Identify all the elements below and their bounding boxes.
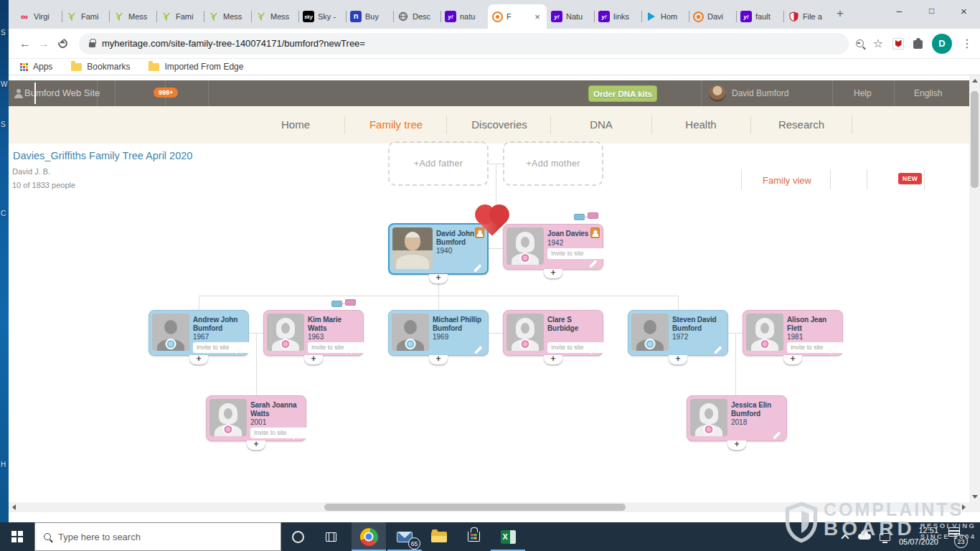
nav-health[interactable]: Health <box>685 118 716 131</box>
maximize-button[interactable] <box>915 0 948 22</box>
tree-title[interactable]: Davies_Griffiths Family Tree April 2020 <box>13 150 192 161</box>
order-dna-kits-button[interactable]: Order DNA kits <box>588 85 657 102</box>
mini-couple-icon[interactable] <box>574 212 598 220</box>
start-button[interactable] <box>0 522 34 551</box>
show-hidden-icons[interactable] <box>837 522 854 551</box>
bookmarks-folder[interactable]: Bookmarks <box>71 62 130 72</box>
nav-dna[interactable]: DNA <box>590 118 613 131</box>
taskbar-clock[interactable]: 12:51 05/07/2020 <box>890 522 938 551</box>
camera-icon[interactable] <box>281 339 291 349</box>
mini-couple-icon[interactable] <box>331 299 356 307</box>
person-card-sarah-joanna-watts[interactable]: Sarah Joanna Watts2001Invite to site <box>206 395 306 441</box>
taskbar-file-explorer[interactable] <box>422 522 456 551</box>
back-button[interactable] <box>16 34 34 53</box>
onedrive-tray-icon[interactable] <box>855 522 874 551</box>
camera-icon[interactable] <box>166 339 176 349</box>
browser-tab[interactable]: Fami <box>62 4 109 29</box>
add-relative-button[interactable] <box>544 355 562 364</box>
invite-button[interactable]: Invite to site <box>250 428 312 438</box>
notification-count-badge[interactable]: 23 <box>954 534 968 548</box>
person-card-david-john-bumford[interactable]: David John Bumford1940 <box>388 223 489 275</box>
user-avatar[interactable] <box>709 85 726 102</box>
family-view-toggle[interactable]: Family view <box>763 175 811 186</box>
nav-discoveries[interactable]: Discoveries <box>471 118 527 131</box>
camera-icon[interactable] <box>645 339 656 349</box>
apps-shortcut[interactable]: Apps <box>20 62 52 72</box>
add-relative-button[interactable] <box>304 355 323 364</box>
scroll-up-button[interactable] <box>969 75 980 86</box>
help-link[interactable]: Help <box>854 88 872 98</box>
browser-tab[interactable]: Hom <box>641 4 689 29</box>
browser-tab[interactable]: Sky - <box>298 4 346 29</box>
add-relative-button[interactable] <box>429 355 448 364</box>
invite-button[interactable]: Invite to site <box>547 248 609 259</box>
camera-icon[interactable] <box>520 253 531 263</box>
scrollbar-thumb[interactable] <box>324 504 626 511</box>
taskbar-mail[interactable]: 65 <box>387 522 422 551</box>
person-card-andrew-john-bumford[interactable]: Andrew John Bumford1967Invite to site <box>149 310 249 356</box>
invite-button[interactable]: Invite to site <box>547 342 609 353</box>
camera-icon[interactable] <box>704 424 715 435</box>
browser-tab[interactable]: links <box>594 4 641 29</box>
camera-icon[interactable] <box>405 339 416 349</box>
browser-tab[interactable]: Buy <box>346 4 393 29</box>
nav-family-tree[interactable]: Family tree <box>369 118 423 131</box>
notification-badge[interactable]: 998+ <box>154 88 178 98</box>
scroll-left-button[interactable] <box>9 502 19 512</box>
add-relative-button[interactable] <box>669 355 687 364</box>
cortana-button[interactable] <box>281 522 314 551</box>
person-card-jessica-elin-bumford[interactable]: Jessica Elin Bumford2018 <box>687 395 787 441</box>
add-mother-box[interactable]: +Add mother <box>503 141 603 186</box>
profile-avatar[interactable]: D <box>932 34 952 54</box>
close-window-button[interactable] <box>948 0 980 22</box>
browser-tab[interactable]: Mess <box>109 4 156 29</box>
person-card-michael-phillip-bumford[interactable]: Michael Phillip Bumford1969 <box>388 310 489 356</box>
new-tab-button[interactable] <box>831 4 849 23</box>
imported-folder[interactable]: Imported From Edge <box>149 62 243 72</box>
browser-tab[interactable]: File a <box>783 4 831 29</box>
add-relative-button[interactable] <box>727 441 746 450</box>
nav-home[interactable]: Home <box>281 118 310 131</box>
browser-tab[interactable]: Virgi <box>14 4 62 29</box>
browser-tab[interactable]: Mess <box>251 4 298 29</box>
taskbar-chrome[interactable] <box>352 522 386 551</box>
person-card-kim-marie-watts[interactable]: Kim Marie Watts1963Invite to site <box>263 310 364 356</box>
invite-button[interactable]: Invite to site <box>193 342 255 353</box>
scroll-right-button[interactable] <box>958 502 969 512</box>
add-relative-button[interactable] <box>544 269 562 278</box>
camera-icon[interactable] <box>223 424 234 435</box>
browser-tab[interactable]: Natu <box>547 4 594 29</box>
browser-menu-icon[interactable] <box>961 37 973 50</box>
task-view-button[interactable] <box>314 522 347 551</box>
invite-button[interactable]: Invite to site <box>308 342 369 353</box>
browser-tab[interactable]: Mess <box>204 4 251 29</box>
mcafee-extension-icon[interactable] <box>892 38 904 50</box>
add-father-box[interactable]: +Add father <box>388 141 489 186</box>
language-selector[interactable]: English <box>914 88 942 98</box>
user-name[interactable]: David Bumford <box>732 88 788 98</box>
nav-research[interactable]: Research <box>778 118 824 131</box>
scroll-down-button[interactable] <box>969 491 980 502</box>
taskbar-search[interactable]: Type here to search <box>34 522 281 551</box>
browser-tab[interactable]: fault <box>736 4 783 29</box>
close-icon[interactable] <box>532 11 542 22</box>
scrollbar-thumb[interactable] <box>971 91 979 188</box>
browser-tab[interactable]: Fami <box>156 4 204 29</box>
taskbar-store[interactable] <box>456 522 491 551</box>
address-bar[interactable]: myheritage.com/site-family-tree-14007417… <box>79 33 849 55</box>
bookmark-star-icon[interactable] <box>873 37 883 50</box>
horizontal-scrollbar[interactable] <box>9 502 969 512</box>
add-relative-button[interactable] <box>247 441 265 450</box>
person-card-steven-david-bumford[interactable]: Steven David Bumford1972 <box>628 310 728 356</box>
zoom-icon[interactable] <box>856 39 864 47</box>
browser-tab[interactable]: natu <box>440 4 488 29</box>
forward-button[interactable] <box>34 34 53 53</box>
add-relative-button[interactable] <box>189 355 208 364</box>
vertical-scrollbar[interactable] <box>969 75 980 502</box>
invite-button[interactable]: Invite to site <box>787 342 849 353</box>
person-card-alison-jean-flett[interactable]: Alison Jean Flett1981Invite to site <box>743 310 843 356</box>
camera-icon[interactable] <box>520 339 531 349</box>
browser-tab[interactable]: Desc <box>393 4 440 29</box>
person-card-joan-davies[interactable]: Joan Davies1942Invite to site <box>503 224 603 270</box>
taskbar-excel[interactable] <box>491 522 525 551</box>
